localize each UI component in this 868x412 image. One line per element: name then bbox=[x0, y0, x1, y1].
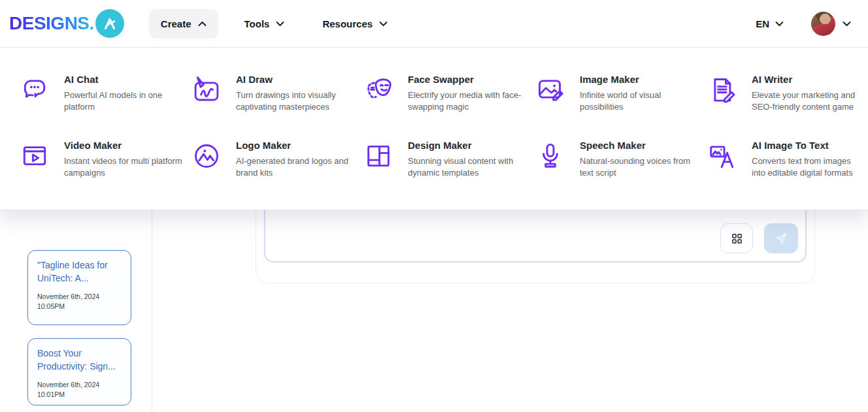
menu-item-text: Face Swapper Electrify your media with f… bbox=[408, 74, 530, 113]
designs-ai-logo[interactable]: DESIGNS. bbox=[9, 9, 124, 38]
send-icon bbox=[774, 231, 788, 246]
history-item-title: Boost Your Productivity: Sign... bbox=[37, 347, 122, 373]
menu-item-description: Stunning visual content with dynamic tem… bbox=[408, 155, 530, 179]
chat-bubbles-icon bbox=[20, 75, 50, 105]
menu-item-description: Elevate your marketing and SEO-friendly … bbox=[752, 89, 856, 113]
menu-item-description: Electrify your media with face-swapping … bbox=[408, 89, 530, 113]
draw-pad-icon bbox=[192, 75, 222, 105]
menu-item-text: Video Maker Instant videos for multi pla… bbox=[64, 140, 186, 179]
menu-item-title: Video Maker bbox=[64, 140, 186, 151]
microphone-icon bbox=[535, 141, 565, 171]
history-item[interactable]: Boost Your Productivity: Sign... Novembe… bbox=[27, 338, 131, 405]
logo-ai-mark-icon bbox=[95, 9, 124, 38]
menu-item-ai-writer[interactable]: AI Writer Elevate your marketing and SEO… bbox=[707, 74, 861, 140]
menu-item-text: Logo Maker AI-generated brand logos and … bbox=[236, 140, 358, 179]
avatar bbox=[811, 12, 835, 36]
menu-item-ai-draw[interactable]: AI Draw Turn drawings into visually capt… bbox=[192, 74, 363, 140]
menu-item-speech-maker[interactable]: Speech Maker Natural-sounding voices fro… bbox=[535, 140, 707, 206]
menu-item-title: AI Chat bbox=[64, 74, 186, 85]
nav-menu-resources[interactable]: Resources bbox=[322, 18, 388, 29]
menu-item-text: Image Maker Infinite world of visual pos… bbox=[580, 74, 702, 113]
history-item[interactable]: "Tagline Ideas for UniTech: A... Novembe… bbox=[27, 250, 131, 325]
menu-item-text: Design Maker Stunning visual content wit… bbox=[408, 140, 530, 179]
menu-item-title: AI Draw bbox=[236, 74, 358, 85]
history-item-date: November 6th, 202410:05PM bbox=[37, 292, 122, 311]
nav-resources-label: Resources bbox=[322, 18, 373, 29]
create-mega-menu: AI Chat Powerful AI models in one platfo… bbox=[0, 48, 868, 210]
menu-item-title: Face Swapper bbox=[408, 74, 530, 85]
navbar-right-group: EN bbox=[756, 12, 851, 36]
menu-item-logo-maker[interactable]: Logo Maker AI-generated brand logos and … bbox=[192, 140, 363, 206]
send-button[interactable] bbox=[764, 223, 798, 253]
image-to-text-icon bbox=[707, 141, 737, 171]
menu-item-title: AI Image To Text bbox=[752, 140, 856, 151]
menu-item-description: Converts text from images into editable … bbox=[752, 155, 856, 179]
nav-menu-tools[interactable]: Tools bbox=[244, 18, 285, 29]
video-player-icon bbox=[20, 141, 50, 171]
page: "Tagline Ideas for UniTech: A... Novembe… bbox=[0, 0, 868, 412]
chevron-down-icon bbox=[775, 21, 784, 27]
menu-item-design-maker[interactable]: Design Maker Stunning visual content wit… bbox=[363, 140, 535, 206]
apps-grid-icon bbox=[730, 232, 744, 246]
menu-item-ai-chat[interactable]: AI Chat Powerful AI models in one platfo… bbox=[20, 74, 192, 140]
language-code: EN bbox=[756, 18, 769, 29]
menu-item-description: AI-generated brand logos and brand kits bbox=[236, 155, 358, 179]
menu-item-face-swapper[interactable]: Face Swapper Electrify your media with f… bbox=[363, 74, 535, 140]
top-navbar: DESIGNS. Create Tools Resources bbox=[0, 0, 868, 48]
menu-item-title: AI Writer bbox=[752, 74, 856, 85]
menu-item-title: Image Maker bbox=[580, 74, 702, 85]
logo-wordmark: DESIGNS. bbox=[9, 13, 94, 34]
menu-item-text: AI Image To Text Converts text from imag… bbox=[752, 140, 856, 179]
nav-menu-create[interactable]: Create bbox=[149, 9, 218, 39]
history-item-title: "Tagline Ideas for UniTech: A... bbox=[37, 259, 122, 285]
account-menu[interactable] bbox=[811, 12, 851, 36]
menu-item-description: Turn drawings into visually captivating … bbox=[236, 89, 358, 113]
menu-item-text: AI Draw Turn drawings into visually capt… bbox=[236, 74, 358, 113]
menu-item-description: Natural-sounding voices from text script bbox=[580, 155, 702, 179]
menu-item-ai-image-to-text[interactable]: AI Image To Text Converts text from imag… bbox=[707, 140, 861, 206]
nav-create-label: Create bbox=[161, 18, 192, 29]
menu-item-video-maker[interactable]: Video Maker Instant videos for multi pla… bbox=[20, 140, 192, 206]
photo-circle-icon bbox=[192, 141, 222, 171]
menu-item-text: AI Chat Powerful AI models in one platfo… bbox=[64, 74, 186, 113]
chevron-down-icon bbox=[843, 21, 851, 27]
menu-item-title: Design Maker bbox=[408, 140, 530, 151]
menu-item-title: Speech Maker bbox=[580, 140, 702, 151]
menu-item-image-maker[interactable]: Image Maker Infinite world of visual pos… bbox=[535, 74, 707, 140]
image-edit-icon bbox=[535, 75, 565, 105]
chevron-down-icon bbox=[379, 21, 388, 27]
nav-tools-label: Tools bbox=[244, 18, 270, 29]
menu-item-text: AI Writer Elevate your marketing and SEO… bbox=[752, 74, 856, 113]
document-edit-icon bbox=[707, 75, 737, 105]
masks-icon bbox=[363, 75, 393, 105]
language-selector[interactable]: EN bbox=[756, 18, 784, 29]
menu-item-title: Logo Maker bbox=[236, 140, 358, 151]
history-item-date: November 6th, 202410:01PM bbox=[37, 380, 122, 400]
menu-item-text: Speech Maker Natural-sounding voices fro… bbox=[580, 140, 702, 179]
layout-grid-icon bbox=[363, 141, 393, 171]
apps-grid-button[interactable] bbox=[720, 223, 753, 253]
menu-item-description: Infinite world of visual possibilities bbox=[580, 89, 702, 113]
chevron-down-icon bbox=[276, 21, 284, 27]
menu-item-description: Instant videos for multi platform campai… bbox=[64, 155, 186, 179]
menu-item-description: Powerful AI models in one platform bbox=[64, 89, 186, 113]
chevron-up-icon bbox=[198, 21, 207, 27]
